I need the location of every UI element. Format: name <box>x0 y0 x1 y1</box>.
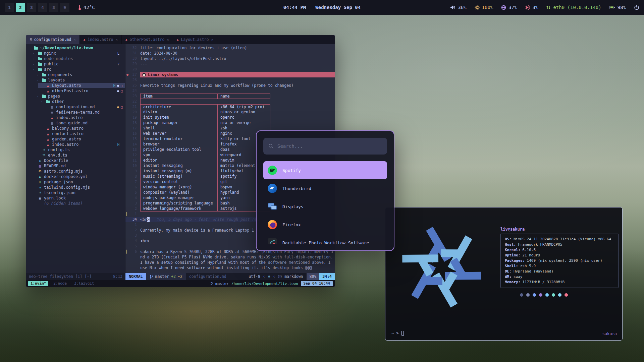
workspace-button[interactable]: 3 <box>27 3 36 12</box>
tree-item[interactable]: ≈ tailwind.config.mjs <box>30 185 125 190</box>
fetch-info-line: WM: sway <box>505 274 614 280</box>
tmux-window[interactable]: 3:lazygit <box>72 281 97 286</box>
tree-item[interactable]: JS astro.config.mjs <box>30 169 125 174</box>
tree-item[interactable]: ▤ configuration.md ● □ <box>42 104 125 110</box>
buffer-tab[interactable]: ▲ index.astro × <box>80 35 122 44</box>
launcher-search[interactable] <box>263 138 387 155</box>
file-icon: ▲ <box>46 126 50 130</box>
tree-item[interactable]: ▾ src <box>30 67 125 72</box>
filetype-icon: ▲ <box>177 38 178 41</box>
tree-item[interactable]: ◆ docker-compose.yml <box>30 174 125 179</box>
editor-line[interactable]: 26 <box>125 77 335 83</box>
close-icon[interactable]: × <box>167 38 169 42</box>
workspace-button[interactable]: 4 <box>38 3 47 12</box>
tree-item[interactable]: ▾ layouts <box>34 77 125 83</box>
editor-line[interactable]: ● 27 Linux systems <box>125 72 335 77</box>
search-input[interactable] <box>277 143 382 149</box>
filetype-icon: M <box>30 38 32 41</box>
table-separator-row[interactable]: 22 <box>125 99 335 104</box>
brightness-module[interactable]: 100% <box>475 5 493 10</box>
tree-item[interactable]: ▲ contact.astro <box>38 131 125 136</box>
app-launcher: Spotify Thunderbird Displays Firefox Dar… <box>256 130 394 251</box>
close-icon[interactable]: × <box>115 38 118 42</box>
table-cell-item: distro <box>140 110 217 115</box>
tree-item[interactable]: TS env.d.ts <box>34 153 125 158</box>
editor-line[interactable]: 24 <box>125 88 335 94</box>
line-number: 32 <box>129 45 140 51</box>
network-module[interactable]: eth0 (10.0.0.140) <box>546 5 601 10</box>
tree-item[interactable]: ▲ index.astro H <box>38 142 125 147</box>
table-row[interactable]: 20 distro nixos or gentoo <box>125 110 335 115</box>
buffer-tab[interactable]: ▲ Layout.astro × <box>173 35 217 44</box>
table-row[interactable]: 21 architecture x86_64 (rip m2 pro) <box>125 104 335 110</box>
tree-item[interactable]: ▸ node_modules <box>30 56 125 61</box>
tmux-window[interactable]: 1:nvim* <box>28 281 48 286</box>
close-icon[interactable]: × <box>73 38 76 42</box>
editor-line[interactable]: 29 --- <box>125 61 335 67</box>
file-icon: ▤ <box>50 105 54 109</box>
launcher-item-thunderbird[interactable]: Thunderbird <box>263 179 387 197</box>
git-status-marks: ● □ <box>115 105 123 109</box>
editor-line[interactable]: ▎ 6 sakura has a Ryzen 5 7640U, 32GB of … <box>125 249 335 270</box>
tree-item[interactable]: ~/Development/liv.town <box>26 45 125 51</box>
editor-line[interactable]: 32 title: configuration for devices i us… <box>125 45 335 51</box>
prompt-text: ~ > <box>391 331 399 336</box>
editor-line[interactable]: 28 <box>125 67 335 72</box>
clock[interactable]: 04:44 PM Wednesday Sep 04 <box>283 5 361 10</box>
workspace-button[interactable]: 9 <box>60 3 69 12</box>
table-row[interactable]: 18 package manager nix or emerge <box>125 120 335 126</box>
launcher-item-firefox[interactable]: Firefox <box>263 216 387 234</box>
thermometer-icon <box>78 5 81 10</box>
workspace-button[interactable]: 1 <box>5 3 14 12</box>
buffer-tab[interactable]: M configuration.md × <box>26 35 80 44</box>
table-row[interactable]: 19 init system openrc <box>125 115 335 120</box>
tree-item[interactable]: {} package.json <box>30 179 125 185</box>
tree-item[interactable]: ▤ fediverse-terms.md <box>42 110 125 115</box>
tree-item[interactable]: ▲ index.astro <box>42 115 125 120</box>
table-cell-item: programming/scripting language <box>140 201 217 206</box>
expander-icon: ▾ <box>33 68 36 71</box>
tree-item[interactable]: TS config.ts <box>34 147 125 153</box>
tree-item[interactable]: ▣ yarn.lock <box>30 195 125 201</box>
tree-item[interactable]: ▲ garden.astro <box>38 136 125 142</box>
tmux-window[interactable]: 2:node <box>51 281 69 286</box>
line-text: Linux systems <box>140 72 335 77</box>
buffer-tab[interactable]: ▲ otherPost.astro × <box>122 35 173 44</box>
launcher-item-spotify[interactable]: Spotify <box>263 161 387 179</box>
tree-item[interactable]: TS tsconfig.json <box>30 190 125 195</box>
editor-line[interactable]: 30 layout: ../../layouts/otherPost.astro <box>125 56 335 61</box>
volume-module[interactable]: 36% <box>450 5 466 10</box>
temperature-module[interactable]: 42°C <box>78 5 95 10</box>
workspace-button[interactable]: 8 <box>49 3 58 12</box>
tree-item[interactable]: ▲ otherPost.astro ● □ <box>38 88 125 94</box>
launcher-item-displays[interactable]: Displays <box>263 197 387 216</box>
battery-module[interactable]: 98% <box>609 5 626 10</box>
workspace-button[interactable]: 2 <box>16 3 25 12</box>
tree-item[interactable]: ▾ pages <box>34 94 125 99</box>
tree-item[interactable]: ▸ components <box>34 72 125 77</box>
launcher-item-darktable[interactable]: Darktable Photo Workflow Software <box>263 234 387 244</box>
table-header-row[interactable]: 23 item name <box>125 94 335 99</box>
tree-item[interactable]: ▲ Layout.astro H ● □ <box>38 83 125 88</box>
shell-prompt[interactable]: ~ > <box>391 331 404 336</box>
tree-item[interactable]: ▸ nginx E <box>30 51 125 56</box>
editor-line[interactable]: 31 date: 2024-08-30 <box>125 51 335 56</box>
disk-module[interactable]: 37% <box>501 5 517 10</box>
thunderbird-icon <box>267 183 277 193</box>
power-button[interactable] <box>634 5 639 10</box>
close-icon[interactable]: × <box>211 38 213 42</box>
tree-item[interactable]: ▲ balcony.astro <box>38 126 125 131</box>
tree-item[interactable]: ▤ tone-guide.md <box>42 120 125 126</box>
tree-item[interactable]: ▾ other <box>38 99 125 104</box>
tree-item[interactable]: ▸ public ? <box>30 61 125 67</box>
tree-item[interactable]: (6 hidden items) <box>30 201 125 206</box>
line-number: 7 <box>129 179 140 185</box>
brightness-value: 100% <box>482 5 493 10</box>
line-text: layout: ../../layouts/otherPost.astro <box>140 56 335 61</box>
file-icon: ▤ <box>38 164 42 168</box>
tree-item[interactable]: ▤ README.md <box>30 163 125 169</box>
editor-line[interactable]: 25 Favorite things regarding Linux and m… <box>125 83 335 88</box>
cpu-module[interactable]: 3% <box>525 5 538 10</box>
tree-item[interactable]: ◆ Dockerfile <box>30 158 125 163</box>
fastfetch-terminal-window[interactable]: liv@sakura OS: NixOS 24.11.20240828.71e9… <box>385 207 623 341</box>
